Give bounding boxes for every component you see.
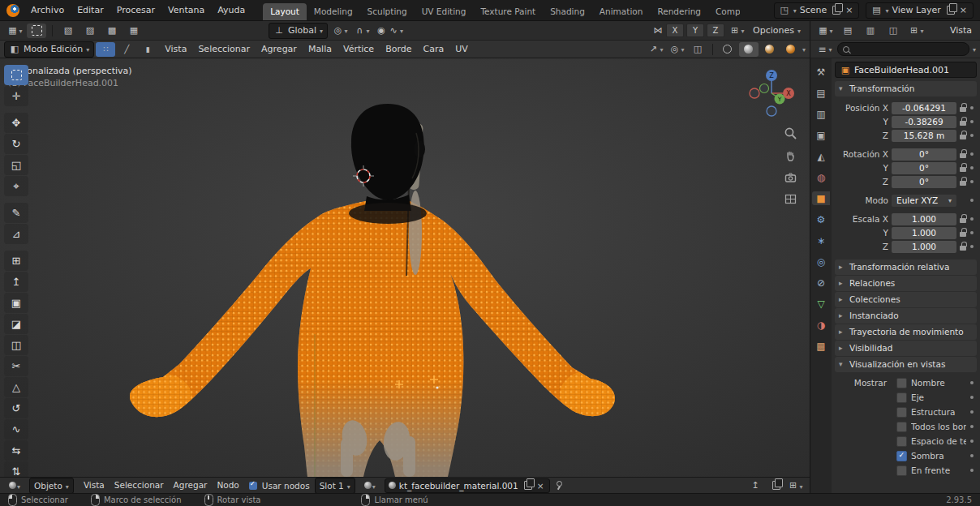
workspace-tab[interactable]: Animation xyxy=(592,3,651,20)
search-input[interactable] xyxy=(837,42,969,56)
checkbox[interactable] xyxy=(896,407,907,418)
animate-dot-icon[interactable] xyxy=(970,152,974,156)
tool-measure[interactable]: ⊿ xyxy=(4,224,28,244)
tool-loop-cut[interactable]: ◫ xyxy=(4,335,28,355)
editor-type-dropdown[interactable] xyxy=(815,24,835,38)
value-field[interactable]: Euler XYZ xyxy=(892,195,956,207)
tool-move[interactable]: ✥ xyxy=(4,113,28,133)
workspace-tab[interactable]: UV Editing xyxy=(415,3,474,20)
menu-item[interactable]: Nodo xyxy=(212,478,243,493)
tool-smooth[interactable]: ∿ xyxy=(4,419,28,440)
camera-view-icon[interactable] xyxy=(784,170,797,184)
mirror-axis-button[interactable]: Y xyxy=(686,24,704,37)
pivot-point-dropdown[interactable] xyxy=(330,24,350,38)
active-tool-dropdown[interactable] xyxy=(5,24,24,38)
checkbox[interactable] xyxy=(896,465,907,476)
animate-dot-icon[interactable] xyxy=(970,381,974,384)
tool-select-box[interactable] xyxy=(4,65,28,85)
tool-transform[interactable]: ⌖ xyxy=(4,176,28,196)
workspace-tab[interactable]: Sculpting xyxy=(360,3,415,20)
menu-item[interactable]: Editar xyxy=(71,0,110,20)
view-layer-selector[interactable]: View Layer xyxy=(866,2,974,19)
header-grid-dropdown[interactable] xyxy=(906,24,926,38)
duplicate-material-icon[interactable] xyxy=(524,481,532,490)
tool-rotate[interactable]: ↻ xyxy=(4,134,28,154)
menu-item[interactable]: Vista xyxy=(159,41,192,58)
menu-vista[interactable]: Vista xyxy=(947,20,975,41)
menu-item[interactable]: Procesar xyxy=(110,0,161,20)
header-icon-3[interactable] xyxy=(883,24,903,38)
select-new-button[interactable] xyxy=(58,24,78,38)
pan-hand-icon[interactable] xyxy=(784,148,797,162)
lock-icon[interactable] xyxy=(960,131,967,140)
filter-dropdown[interactable] xyxy=(973,44,976,54)
animate-dot-icon[interactable] xyxy=(970,396,974,399)
edge-select-button[interactable] xyxy=(117,42,136,57)
checkbox[interactable] xyxy=(896,436,907,447)
select-intersect-button[interactable] xyxy=(124,24,144,38)
properties-tab-object[interactable]: ■ xyxy=(812,191,830,205)
gizmo-neg-x-axis[interactable] xyxy=(750,88,759,98)
shader-mode-dropdown[interactable]: Objeto xyxy=(29,478,74,494)
unlink-scene-icon[interactable] xyxy=(844,5,854,15)
tool-extrude-region[interactable]: ↥ xyxy=(4,272,28,292)
tool-knife[interactable]: ✂ xyxy=(4,356,28,376)
select-box-tool-button[interactable] xyxy=(27,24,46,38)
properties-tab-particles[interactable]: ∗ xyxy=(812,234,830,247)
animate-dot-icon[interactable] xyxy=(970,231,974,234)
collapsed-panel-header[interactable]: Trayectoria de movimiento xyxy=(835,324,977,340)
material-id-block[interactable]: kt_facebuilder_material.001 xyxy=(385,478,550,493)
collapsed-panel-header[interactable]: Colecciones xyxy=(835,292,977,307)
shading-solid-button[interactable] xyxy=(739,42,759,57)
animate-dot-icon[interactable] xyxy=(970,120,974,123)
shading-material-button[interactable] xyxy=(760,42,780,57)
mirror-axis-button[interactable]: X xyxy=(666,24,684,37)
lock-icon[interactable] xyxy=(960,242,967,251)
value-field[interactable]: -0.38269 xyxy=(892,116,956,128)
properties-tab-tool[interactable]: ⚒ xyxy=(812,65,830,79)
menu-item[interactable]: Seleccionar xyxy=(110,478,169,493)
value-field[interactable]: -0.064291 xyxy=(892,102,956,114)
animate-dot-icon[interactable] xyxy=(970,217,974,221)
value-field[interactable]: 1.000 xyxy=(892,213,956,225)
animate-dot-icon[interactable] xyxy=(970,166,974,169)
menu-item[interactable]: UV xyxy=(449,41,474,58)
value-field[interactable]: 1.000 xyxy=(892,227,956,239)
animate-dot-icon[interactable] xyxy=(970,134,974,137)
viewport-3d[interactable]: Personalizada (perspectiva) (1) FaceBuil… xyxy=(0,58,810,477)
menu-item[interactable]: Ventana xyxy=(161,0,211,20)
remove-view-layer-icon[interactable] xyxy=(958,5,969,15)
properties-editor-dropdown[interactable] xyxy=(815,42,834,57)
snapping-dropdown[interactable] xyxy=(785,478,805,493)
select-subtract-button[interactable] xyxy=(102,24,122,38)
header-icon-2[interactable] xyxy=(861,24,880,38)
menu-item[interactable]: Agregar xyxy=(256,41,303,58)
blender-logo-icon[interactable] xyxy=(6,4,19,17)
lock-icon[interactable] xyxy=(960,149,967,159)
snap-target-dropdown[interactable] xyxy=(727,24,746,38)
navigation-gizmo[interactable]: Z X Y xyxy=(746,68,797,118)
tool-scale[interactable]: ◱ xyxy=(4,155,28,175)
properties-tab-modifiers[interactable]: ⚙ xyxy=(812,212,830,226)
xray-toggle[interactable] xyxy=(688,42,707,57)
properties-tab-physics[interactable]: ◎ xyxy=(812,255,830,268)
face-select-button[interactable] xyxy=(138,42,157,57)
vertex-select-button[interactable] xyxy=(96,42,115,57)
tool-spin[interactable]: ↺ xyxy=(4,398,28,418)
collapsed-panel-header[interactable]: Transformación relativa xyxy=(835,259,977,275)
panel-viewport-display-header[interactable]: Visualización en vistas xyxy=(835,357,977,372)
properties-tab-constraints[interactable]: ⊘ xyxy=(812,276,830,289)
tool-shrink-fatten[interactable]: ⇅ xyxy=(4,461,28,477)
menu-item[interactable]: Seleccionar xyxy=(192,41,256,58)
value-field[interactable]: 15.628 m xyxy=(892,130,956,142)
value-field[interactable]: 0° xyxy=(892,176,956,188)
shader-editor-type-dropdown[interactable] xyxy=(5,478,24,493)
tool-edge-slide[interactable]: ⇆ xyxy=(4,440,28,461)
shading-dropdown[interactable] xyxy=(802,44,806,54)
checkbox[interactable] xyxy=(896,378,907,388)
tool-cursor[interactable]: ✛ xyxy=(4,86,28,106)
animate-dot-icon[interactable] xyxy=(970,180,974,183)
parent-node-icon[interactable] xyxy=(746,478,765,493)
properties-tab-render[interactable]: ▤ xyxy=(812,86,830,100)
checkbox[interactable] xyxy=(896,451,907,461)
